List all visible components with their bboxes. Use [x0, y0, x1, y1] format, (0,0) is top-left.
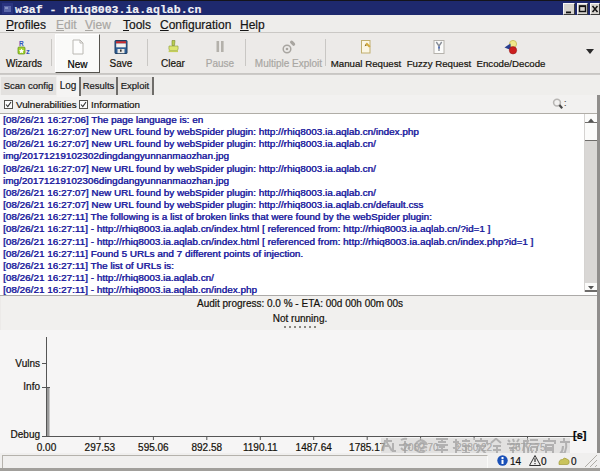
svg-text:R: R: [19, 40, 24, 47]
svg-text:z: z: [26, 47, 30, 55]
